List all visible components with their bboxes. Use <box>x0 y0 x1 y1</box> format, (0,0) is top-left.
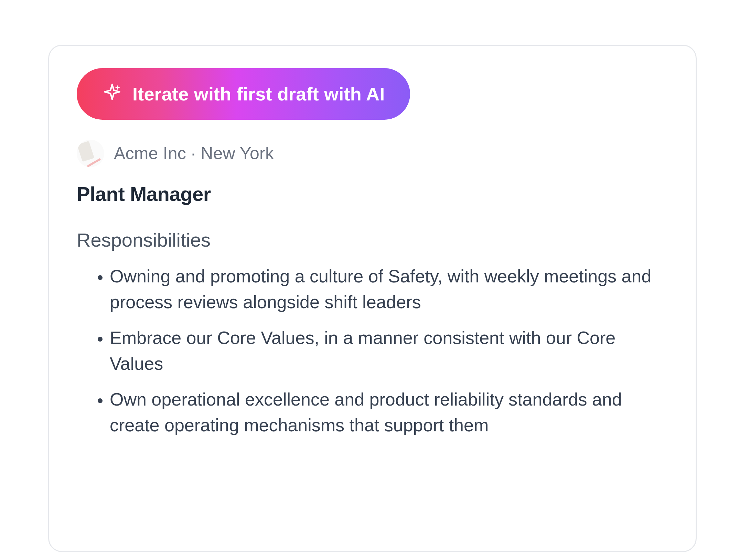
company-meta: Acme Inc · New York <box>77 140 668 167</box>
company-location: New York <box>201 144 274 163</box>
company-meta-text: Acme Inc · New York <box>114 143 274 163</box>
job-title: Plant Manager <box>77 182 668 205</box>
list-item: Owning and promoting a culture of Safety… <box>110 263 668 315</box>
iterate-ai-button-label: Iterate with first draft with AI <box>132 83 385 105</box>
list-item: Own operational excellence and product r… <box>110 387 668 439</box>
list-item: Embrace our Core Values, in a manner con… <box>110 325 668 377</box>
meta-separator: · <box>186 144 201 163</box>
sparkle-icon <box>102 82 122 106</box>
job-card: Iterate with first draft with AI Acme In… <box>48 45 697 552</box>
company-name: Acme Inc <box>114 144 186 163</box>
iterate-ai-button[interactable]: Iterate with first draft with AI <box>77 68 410 120</box>
company-logo <box>77 140 104 167</box>
responsibilities-heading: Responsibilities <box>77 229 668 251</box>
responsibilities-list: Owning and promoting a culture of Safety… <box>77 263 668 438</box>
